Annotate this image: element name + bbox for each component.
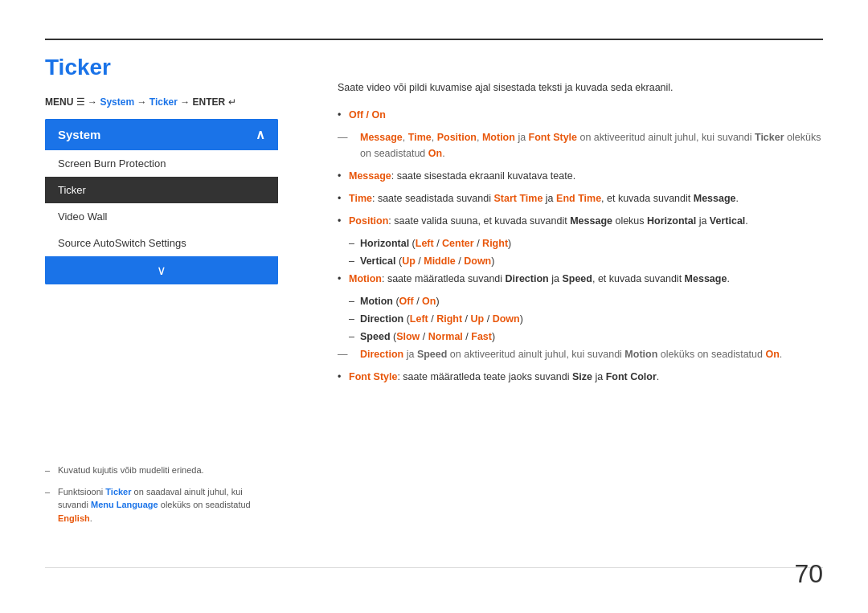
bullet-font-style: Font Style: saate määratleda teate jaoks… bbox=[338, 369, 823, 385]
system-label: System bbox=[100, 96, 134, 108]
top-line bbox=[45, 39, 823, 40]
sidebar-item-video-wall[interactable]: Video Wall bbox=[45, 203, 278, 230]
page-number: 70 bbox=[794, 559, 823, 589]
intro-text: Saate video või pildi kuvamise ajal sise… bbox=[338, 80, 823, 96]
dash-speed: Speed (Slow / Normal / Fast) bbox=[338, 329, 823, 345]
menu-label: MENU bbox=[45, 96, 73, 108]
bullet-message: Message: saate sisestada ekraanil kuvata… bbox=[338, 168, 823, 184]
bottom-notes: Kuvatud kujutis võib mudeliti erineda. F… bbox=[45, 464, 270, 533]
bullet-section: Off / On Message, Time, Position, Motion… bbox=[338, 107, 823, 385]
enter-icon: ↵ bbox=[228, 96, 236, 108]
sidebar: System ∧ Screen Burn Protection Ticker V… bbox=[45, 119, 278, 284]
enter-label: ENTER bbox=[193, 96, 226, 108]
sidebar-item-source-autoswitch[interactable]: Source AutoSwitch Settings bbox=[45, 230, 278, 256]
dash-direction: Direction (Left / Right / Up / Down) bbox=[338, 311, 823, 327]
arrow2: → bbox=[137, 96, 149, 108]
dash-motion-off-on: Motion (Off / On) bbox=[338, 293, 823, 309]
bullet-position: Position: saate valida suuna, et kuvada … bbox=[338, 213, 823, 229]
sidebar-item-screen-burn-protection[interactable]: Screen Burn Protection bbox=[45, 150, 278, 177]
bottom-note-2: Funktsiooni Ticker on saadaval ainult ju… bbox=[45, 485, 270, 525]
arrow1: → bbox=[88, 96, 100, 108]
menu-icon: ☰ bbox=[76, 96, 88, 108]
chevron-up-icon[interactable]: ∧ bbox=[256, 127, 265, 142]
sidebar-header: System ∧ bbox=[45, 119, 278, 150]
off-on-label: Off / On bbox=[349, 109, 386, 121]
bottom-note-1: Kuvatud kujutis võib mudeliti erineda. bbox=[45, 464, 270, 477]
sidebar-title: System bbox=[58, 128, 100, 141]
note-direction-speed: Direction ja Speed on aktiveeritud ainul… bbox=[338, 346, 823, 362]
sidebar-footer: ∨ bbox=[45, 256, 278, 284]
arrow3: → bbox=[180, 96, 192, 108]
ticker-path-label: Ticker bbox=[149, 96, 178, 108]
bottom-divider bbox=[45, 567, 823, 568]
bullet-off-on: Off / On bbox=[338, 107, 823, 123]
main-content: Saate video või pildi kuvamise ajal sise… bbox=[338, 80, 823, 391]
menu-path: MENU ☰ → System → Ticker → ENTER ↵ bbox=[45, 96, 236, 108]
bullet-time: Time: saate seadistada suvandi Start Tim… bbox=[338, 190, 823, 206]
bullet-motion: Motion: saate määratleda suvandi Directi… bbox=[338, 271, 823, 287]
note-off-on: Message, Time, Position, Motion ja Font … bbox=[338, 129, 823, 161]
dash-horizontal: Horizontal (Left / Center / Right) bbox=[338, 235, 823, 251]
dash-vertical: Vertical (Up / Middle / Down) bbox=[338, 253, 823, 269]
chevron-down-icon[interactable]: ∨ bbox=[157, 263, 166, 278]
sidebar-item-ticker[interactable]: Ticker bbox=[45, 177, 278, 203]
page-title: Ticker bbox=[45, 55, 111, 80]
